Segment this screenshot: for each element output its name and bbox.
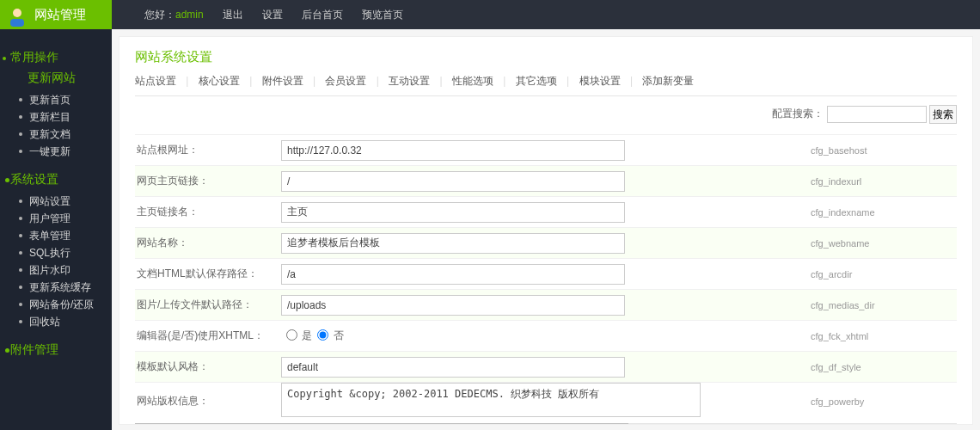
config-row: 文档HTML默认保存路径：cfg_arcdir: [135, 258, 957, 289]
brand-text: 网站管理: [34, 7, 86, 23]
page-title: 网站系统设置: [135, 49, 957, 65]
config-input-cfg_arcdir[interactable]: [281, 264, 625, 285]
config-label: 网页主页链接：: [135, 174, 281, 188]
sidebar-item-system-3[interactable]: SQL执行: [0, 244, 112, 261]
config-row: 网站版权信息：cfg_powerby: [135, 382, 957, 420]
config-var: cfg_webname: [811, 238, 957, 249]
sidebar-section-attach[interactable]: 附件管理: [0, 342, 112, 358]
config-row: 编辑器(是/否)使用XHTML： 是 否cfg_fck_xhtml: [135, 320, 957, 351]
sidebar-section-system[interactable]: 系统设置: [0, 172, 112, 187]
config-var: cfg_arcdir: [811, 269, 957, 280]
config-row: 主页链接名：cfg_indexname: [135, 196, 957, 227]
config-label: 图片/上传文件默认路径：: [135, 298, 281, 312]
config-input-cfg_medias_dir[interactable]: [281, 295, 625, 316]
tab-7[interactable]: 模块设置: [579, 75, 621, 87]
config-label: 文档HTML默认保存路径：: [135, 267, 281, 281]
config-label: 模板默认风格：: [135, 359, 281, 374]
config-row: 站点根网址：cfg_basehost: [135, 134, 957, 165]
tab-6[interactable]: 其它选项: [516, 75, 557, 87]
config-var: cfg_indexurl: [811, 176, 957, 187]
config-input-cfg_basehost[interactable]: [281, 140, 625, 161]
nav-admin-home[interactable]: 后台首页: [302, 8, 343, 22]
config-input-cfg_webname[interactable]: [281, 233, 625, 254]
config-var: cfg_basehost: [811, 145, 957, 156]
config-radio-cfg_fck_xhtml[interactable]: 是 否: [281, 329, 344, 341]
config-label: 网站名称：: [135, 236, 281, 250]
sidebar-item-system-2[interactable]: 表单管理: [0, 227, 112, 244]
config-input-cfg_indexurl[interactable]: [281, 171, 625, 192]
config-textarea-cfg_powerby[interactable]: [281, 383, 701, 417]
sidebar-item-common-2[interactable]: 更新文档: [0, 126, 112, 143]
config-input-cfg_indexname[interactable]: [281, 202, 625, 223]
hello-text: 您好：admin: [144, 8, 204, 22]
sidebar-item-system-5[interactable]: 更新系统缓存: [0, 279, 112, 296]
brand-logo: 网站管理: [0, 0, 112, 29]
search-button[interactable]: 搜索: [929, 105, 957, 124]
horizontal-scrollbar[interactable]: [135, 423, 957, 425]
nav-settings[interactable]: 设置: [262, 8, 283, 22]
config-label: 网站版权信息：: [135, 394, 281, 408]
config-var: cfg_powerby: [811, 396, 957, 407]
tab-0[interactable]: 站点设置: [135, 75, 176, 87]
tab-5[interactable]: 性能选项: [452, 75, 493, 87]
sidebar-item-system-6[interactable]: 网站备份/还原: [0, 296, 112, 313]
sidebar-sub-update[interactable]: 更新网站: [0, 71, 112, 86]
tab-2[interactable]: 附件设置: [262, 75, 303, 87]
search-label: 配置搜索：: [772, 108, 824, 120]
svg-rect-1: [10, 19, 24, 27]
sidebar-item-system-1[interactable]: 用户管理: [0, 210, 112, 227]
config-row: 网站名称：cfg_webname: [135, 227, 957, 258]
config-var: cfg_fck_xhtml: [811, 331, 957, 341]
tab-1[interactable]: 核心设置: [199, 75, 240, 87]
config-row: 网页主页链接：cfg_indexurl: [135, 165, 957, 196]
svg-point-0: [13, 9, 21, 17]
config-row: 图片/上传文件默认路径：cfg_medias_dir: [135, 289, 957, 320]
user-avatar-icon: [5, 3, 29, 27]
nav-preview-home[interactable]: 预览首页: [362, 8, 403, 22]
sidebar-item-system-0[interactable]: 网站设置: [0, 193, 112, 210]
config-label: 站点根网址：: [135, 143, 281, 157]
config-var: cfg_medias_dir: [811, 300, 957, 310]
search-input[interactable]: [827, 106, 927, 123]
config-var: cfg_df_style: [811, 362, 957, 372]
config-label: 编辑器(是/否)使用XHTML：: [135, 329, 281, 343]
config-input-cfg_df_style[interactable]: [281, 357, 625, 378]
tab-4[interactable]: 互动设置: [389, 75, 430, 87]
sidebar-item-common-1[interactable]: 更新栏目: [0, 108, 112, 126]
config-row: 模板默认风格：cfg_df_style: [135, 351, 957, 382]
tab-3[interactable]: 会员设置: [325, 75, 366, 87]
nav-logout[interactable]: 退出: [223, 8, 243, 22]
sidebar-item-common-0[interactable]: 更新首页: [0, 91, 112, 108]
sidebar-section-common[interactable]: 常用操作: [0, 50, 112, 65]
tab-8[interactable]: 添加新变量: [642, 75, 694, 87]
sidebar-item-system-4[interactable]: 图片水印: [0, 261, 112, 279]
sidebar-item-system-7[interactable]: 回收站: [0, 313, 112, 330]
tabs-bar: 站点设置 | 核心设置 | 附件设置 | 会员设置 | 互动设置 | 性能选项 …: [135, 74, 957, 96]
config-var: cfg_indexname: [811, 207, 957, 218]
config-label: 主页链接名：: [135, 205, 281, 219]
sidebar-item-common-3[interactable]: 一键更新: [0, 143, 112, 160]
